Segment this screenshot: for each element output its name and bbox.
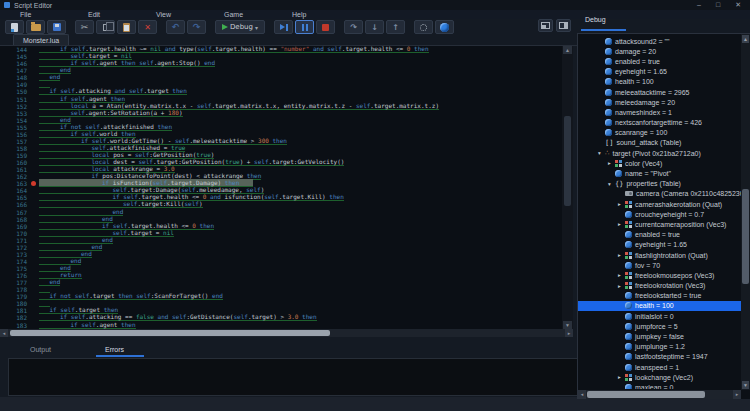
- expand-arrow-icon[interactable]: ▸: [618, 221, 625, 227]
- resume-button[interactable]: [274, 20, 293, 34]
- pause-button[interactable]: [295, 20, 314, 34]
- code-line[interactable]: 174end: [0, 258, 562, 265]
- editor-vscroll-thumb[interactable]: [564, 116, 571, 206]
- scroll-left-icon[interactable]: ◂: [578, 390, 586, 399]
- editor-horizontal-scrollbar[interactable]: ◂ ▸: [0, 329, 573, 337]
- debug-tree-row[interactable]: ▸freelookmousepos (Vec3): [578, 270, 741, 280]
- editor-vertical-scrollbar[interactable]: ▲ ▼: [562, 46, 573, 329]
- step-into-button[interactable]: ↓: [365, 20, 384, 34]
- debug-tree-row[interactable]: ▸color (Vec4): [578, 158, 741, 168]
- debug-tree-row[interactable]: ▾∴target (Pivot 0x21ba2712a0): [578, 148, 741, 158]
- debug-tree-row[interactable]: nextscanfortargettime = 426: [578, 118, 741, 128]
- step-over-button[interactable]: ↷: [344, 20, 363, 34]
- debug-tree-row[interactable]: freelookstarted = true: [578, 291, 741, 301]
- debug-vscroll-thumb[interactable]: [742, 189, 749, 284]
- undo-button[interactable]: ↶: [166, 20, 185, 34]
- code-line[interactable]: 176return: [0, 272, 562, 279]
- code-line[interactable]: 146if self.agent then self.agent:Stop() …: [0, 60, 562, 67]
- scroll-down-icon[interactable]: ▼: [742, 381, 749, 389]
- debug-tree-row[interactable]: health = 100: [578, 301, 741, 311]
- menu-view[interactable]: View: [156, 11, 224, 18]
- debug-tree-row[interactable]: ▸freelookrotation (Vec3): [578, 281, 741, 291]
- debug-tree-row[interactable]: camera (Camera 0x2110c4825230): [578, 189, 741, 199]
- breakpoint-icon[interactable]: [31, 181, 36, 186]
- code-line[interactable]: 148end: [0, 74, 562, 81]
- help-button[interactable]: [435, 20, 454, 34]
- step-out-button[interactable]: ↑: [386, 20, 405, 34]
- code-line[interactable]: 153self.agent:SetRotation(a + 180): [0, 110, 562, 117]
- new-file-button[interactable]: [5, 20, 24, 34]
- debug-tree-row[interactable]: navmeshindex = 1: [578, 107, 741, 117]
- debug-tree[interactable]: attacksound2 = ""damage = 20enabled = tr…: [578, 36, 741, 389]
- expand-arrow-icon[interactable]: ▾: [598, 150, 605, 156]
- scroll-up-icon[interactable]: ▲: [742, 35, 749, 43]
- debug-tree-row[interactable]: jumplunge = 1.2: [578, 342, 741, 352]
- debug-hscroll-thumb[interactable]: [587, 391, 705, 398]
- debug-tree-row[interactable]: ▸currentcameraposition (Vec3): [578, 219, 741, 229]
- debug-tree-row[interactable]: ▾{}properties (Table): [578, 179, 741, 189]
- debug-tree-row[interactable]: damage = 20: [578, 46, 741, 56]
- debug-tree-row[interactable]: maxlean = 0: [578, 382, 741, 389]
- debug-tree-row[interactable]: []sound_attack (Table): [578, 138, 741, 148]
- editor-hscroll-thumb[interactable]: [10, 330, 330, 336]
- menu-edit[interactable]: Edit: [88, 11, 156, 18]
- scroll-right-icon[interactable]: ▸: [565, 329, 573, 337]
- debug-tree-row[interactable]: leanspeed = 1: [578, 362, 741, 372]
- debug-tree-row[interactable]: enabled = true: [578, 230, 741, 240]
- expand-arrow-icon[interactable]: ▸: [618, 272, 625, 278]
- delete-button[interactable]: ✕: [138, 20, 157, 34]
- toggle-side-panel-button[interactable]: [556, 19, 571, 32]
- debug-tree-row[interactable]: lastfootsteptime = 1947: [578, 352, 741, 362]
- open-file-button[interactable]: [26, 20, 45, 34]
- scroll-down-icon[interactable]: ▼: [563, 321, 572, 329]
- code-line[interactable]: 177end: [0, 279, 562, 286]
- tab-debug[interactable]: Debug: [585, 16, 606, 23]
- code-line[interactable]: 175end: [0, 265, 562, 272]
- debug-tree-row[interactable]: initialslot = 0: [578, 311, 741, 321]
- debug-tree-row[interactable]: ▸camerashakerotation (Quat): [578, 199, 741, 209]
- debug-tree-row[interactable]: attacksound2 = "": [578, 36, 741, 46]
- paste-button[interactable]: [117, 20, 136, 34]
- debug-tree-row[interactable]: meleeattacktime = 2965: [578, 87, 741, 97]
- debug-tree-row[interactable]: scanrange = 100: [578, 128, 741, 138]
- redo-button[interactable]: ↷: [187, 20, 206, 34]
- toggle-bottom-panel-button[interactable]: [538, 19, 553, 32]
- stop-button[interactable]: [316, 20, 335, 34]
- copy-button[interactable]: [96, 20, 115, 34]
- code-line[interactable]: 173end: [0, 251, 562, 258]
- debug-tree-row[interactable]: croucheyeheight = 0.7: [578, 209, 741, 219]
- debug-mode-dropdown[interactable]: Debug▾: [215, 20, 265, 34]
- expand-arrow-icon[interactable]: ▸: [618, 252, 625, 258]
- debug-tree-row[interactable]: jumpforce = 5: [578, 321, 741, 331]
- scroll-right-icon[interactable]: ▸: [733, 390, 741, 399]
- debug-tree-row[interactable]: meleedamage = 20: [578, 97, 741, 107]
- code-line[interactable]: 183if self.agent then: [0, 321, 562, 328]
- debug-tree-row[interactable]: enabled = true: [578, 56, 741, 66]
- debug-horizontal-scrollbar[interactable]: ◂ ▸: [578, 390, 741, 399]
- menu-game[interactable]: Game: [224, 11, 292, 18]
- save-button[interactable]: [47, 20, 66, 34]
- debug-tree-row[interactable]: ▸lookchange (Vec2): [578, 372, 741, 382]
- scroll-up-icon[interactable]: ▲: [563, 46, 572, 54]
- menu-help[interactable]: Help: [292, 11, 360, 18]
- scroll-left-icon[interactable]: ◂: [0, 329, 8, 337]
- minimize-button[interactable]: –: [697, 1, 701, 9]
- close-button[interactable]: ✕: [735, 1, 741, 9]
- code-editor[interactable]: 144if self.target.health ~= nil and type…: [0, 46, 562, 329]
- code-line[interactable]: 147end: [0, 67, 562, 74]
- settings-button[interactable]: [414, 20, 433, 34]
- expand-arrow-icon[interactable]: ▸: [618, 374, 625, 380]
- expand-arrow-icon[interactable]: ▸: [608, 160, 615, 166]
- debug-tree-row[interactable]: jumpkey = false: [578, 331, 741, 341]
- debug-vertical-scrollbar[interactable]: ▲ ▼: [741, 34, 750, 390]
- expand-arrow-icon[interactable]: ▸: [618, 283, 625, 289]
- debug-tree-row[interactable]: eyeheight = 1.65: [578, 67, 741, 77]
- cut-button[interactable]: ✂: [75, 20, 94, 34]
- debug-tree-row[interactable]: health = 100: [578, 77, 741, 87]
- menu-file[interactable]: File: [20, 11, 88, 18]
- maximize-button[interactable]: □: [716, 1, 720, 9]
- debug-tree-row[interactable]: ▸flashlightrotation (Quat): [578, 250, 741, 260]
- debug-tree-row[interactable]: fov = 70: [578, 260, 741, 270]
- expand-arrow-icon[interactable]: ▾: [608, 181, 615, 187]
- tab-errors[interactable]: Errors: [105, 346, 124, 353]
